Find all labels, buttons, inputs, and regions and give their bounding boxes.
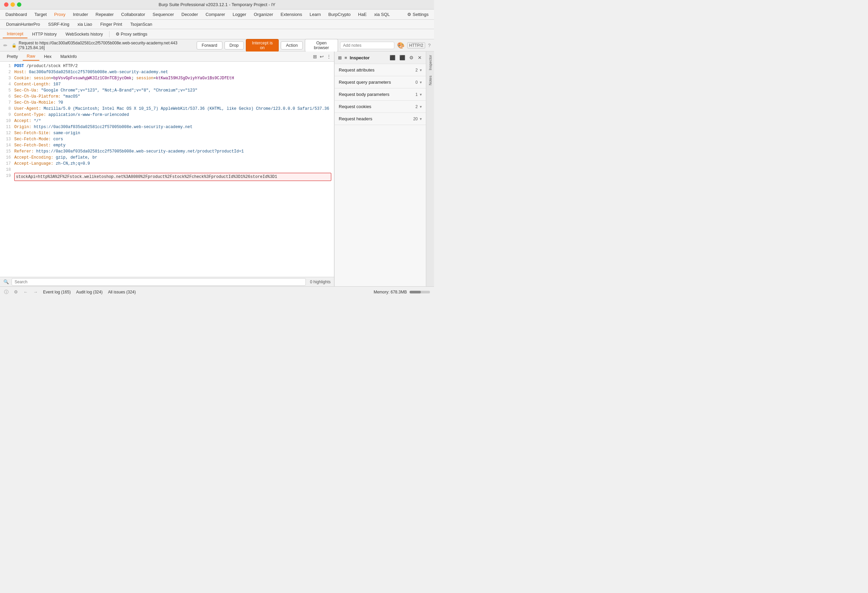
tab-hex[interactable]: Hex	[40, 53, 56, 60]
toolbar: ✏ 🔒 Request to https://0ac300af035da0258…	[0, 39, 434, 52]
request-url-area: 🔒 Request to https://0ac300af035da02581c…	[12, 41, 195, 50]
inspector-sidebar-label[interactable]: Inspector	[428, 53, 432, 72]
tab-raw[interactable]: Raw	[23, 53, 39, 61]
table-row: 7 Sec-Ch-Ua-Mobile: ?0	[0, 100, 334, 106]
right-sidebar: Inspector Notes	[426, 52, 434, 286]
table-row: 3 Cookie: session=bpVsvGpFvsuwhдWK3Iz1C0…	[0, 75, 334, 81]
lock-icon: 🔒	[12, 43, 16, 48]
inspector-cookies[interactable]: Request cookies 2 ▾	[335, 101, 426, 113]
info-icon: ⓘ	[4, 289, 9, 295]
tab-intercept[interactable]: Intercept	[3, 30, 28, 38]
code-editor[interactable]: 1 POST /product/stock HTTP/2 2 Host: 0ac…	[0, 62, 334, 277]
forward-icon[interactable]: →	[33, 289, 38, 294]
sec-nav-fingerprint[interactable]: Finger Print	[97, 21, 126, 28]
table-row: 2 Host: 0ac300af035da02581cc2f57005b008e…	[0, 69, 334, 75]
help-icon[interactable]: ?	[428, 43, 431, 48]
inspector-query-params[interactable]: Request query parameters 0 ▾	[335, 76, 426, 88]
minimize-button[interactable]	[10, 2, 15, 7]
table-row: 13 Sec-Fetch-Mode: cors	[0, 136, 334, 142]
notes-sidebar-label[interactable]: Notes	[428, 74, 432, 87]
memory-bar	[410, 291, 430, 293]
audit-log[interactable]: Audit log (324)	[76, 290, 102, 294]
all-issues[interactable]: All issues (324)	[108, 290, 136, 294]
nav-settings[interactable]: ⚙ Settings	[404, 10, 432, 18]
nav-organizer[interactable]: Organizer	[250, 10, 276, 18]
table-row: 11 Origin: https://0ac300af035da02581cc2…	[0, 124, 334, 130]
inspector-request-headers[interactable]: Request headers 20 ▾	[335, 113, 426, 125]
copy-icon[interactable]: ⊞	[313, 54, 317, 59]
tab-proxy-settings[interactable]: ⚙ Proxy settings	[112, 30, 152, 38]
title-bar: Burp Suite Professional v2023.12.1 - Tem…	[0, 0, 434, 9]
chevron-down-icon: ▾	[420, 80, 422, 85]
inspector-header: ⊞ ≡ Inspector ⬛ ⬛ ⚙ ✕	[335, 52, 426, 64]
search-input[interactable]	[12, 278, 306, 285]
event-log[interactable]: Event log (165)	[43, 290, 71, 294]
more-icon[interactable]: ⋮	[326, 54, 331, 59]
nav-logger[interactable]: Logger	[229, 10, 249, 18]
nav-repeater[interactable]: Repeater	[92, 10, 117, 18]
tab-markinfo[interactable]: MarkInfo	[56, 53, 81, 60]
nav-learn[interactable]: Learn	[306, 10, 324, 18]
action-button[interactable]: Action	[281, 41, 303, 50]
open-browser-button[interactable]: Open browser	[305, 39, 338, 52]
memory-bar-fill	[410, 291, 421, 293]
align-right-icon[interactable]: ⬛	[399, 54, 406, 61]
nav-target[interactable]: Target	[31, 10, 50, 18]
tab-websockets-history[interactable]: WebSockets history	[61, 31, 107, 38]
nav-extensions[interactable]: Extensions	[278, 10, 306, 18]
wrap-icon[interactable]: ↩	[320, 54, 324, 59]
tab-http-history[interactable]: HTTP history	[28, 31, 61, 38]
search-icon: 🔍	[3, 279, 9, 284]
nav-xiasql[interactable]: xia SQL	[371, 10, 393, 18]
align-left-icon[interactable]: ⬛	[389, 54, 396, 61]
sec-nav-ssrfking[interactable]: SSRF-King	[45, 21, 73, 28]
inspector-body-params[interactable]: Request body parameters 1 ▾	[335, 88, 426, 101]
secondary-nav: DomainHunterPro SSRF-King xia Liao Finge…	[0, 20, 434, 29]
chevron-down-icon: ▾	[420, 68, 422, 72]
colorful-icon: 🎨	[397, 42, 404, 49]
drop-button[interactable]: Drop	[224, 41, 244, 50]
chevron-down-icon: ▾	[420, 104, 422, 109]
settings-icon[interactable]: ⚙	[409, 54, 414, 61]
nav-sequencer[interactable]: Sequencer	[149, 10, 177, 18]
grid-view-icon[interactable]: ⊞	[338, 55, 342, 60]
nav-dashboard[interactable]: Dashboard	[2, 10, 31, 18]
close-inspector-icon[interactable]: ✕	[417, 54, 422, 61]
nav-collaborator[interactable]: Collaborator	[118, 10, 149, 18]
chevron-down-icon: ▾	[420, 116, 422, 121]
edit-icon: ✏	[3, 43, 7, 48]
nav-decoder[interactable]: Decoder	[178, 10, 201, 18]
table-row: 16 Accept-Encoding: gzip, deflate, br	[0, 155, 334, 160]
table-row: 17 Accept-Language: zh-CN,zh;q=0.9	[0, 160, 334, 167]
toolbar-left: ✏ 🔒 Request to https://0ac300af035da0258…	[3, 41, 195, 50]
add-notes-input[interactable]	[340, 42, 394, 49]
list-view-icon[interactable]: ≡	[344, 55, 347, 60]
nav-comparer[interactable]: Comparer	[202, 10, 229, 18]
intercept-button[interactable]: Intercept is on	[246, 39, 279, 52]
close-button[interactable]	[4, 2, 9, 7]
settings-icon[interactable]: ⚙	[14, 289, 18, 294]
tab-pretty[interactable]: Pretty	[3, 53, 22, 60]
toolbar-right: 🎨 HTTP/2 ?	[340, 42, 431, 49]
inspector-request-attributes[interactable]: Request attributes 2 ▾	[335, 64, 426, 76]
table-row: 9 Content-Type: application/x-www-form-u…	[0, 112, 334, 118]
inspector-panel: ⊞ ≡ Inspector ⬛ ⬛ ⚙ ✕ Request attributes…	[334, 52, 426, 286]
sec-nav-xialiao[interactable]: xia Liao	[74, 21, 96, 28]
table-row: 15 Referer: https://0ac300af035da02581cc…	[0, 149, 334, 155]
main-content: Pretty Raw Hex MarkInfo ⊞ ↩ ⋮ 1 POST /pr…	[0, 52, 434, 286]
back-icon[interactable]: ←	[24, 289, 28, 294]
sec-nav-domainhunter[interactable]: DomainHunterPro	[3, 21, 43, 28]
nav-hae[interactable]: HaE	[355, 10, 370, 18]
forward-button[interactable]: Forward	[197, 41, 223, 50]
inspector-title: Inspector	[350, 55, 370, 60]
sec-nav-tsojan[interactable]: TsojanScan	[127, 21, 156, 28]
settings-area: ⚙ Settings	[404, 10, 432, 18]
table-row: 18	[0, 167, 334, 173]
nav-intruder[interactable]: Intruder	[69, 10, 92, 18]
maximize-button[interactable]	[17, 2, 21, 7]
nav-proxy[interactable]: Proxy	[51, 10, 69, 18]
nav-burpcrypto[interactable]: BurpCrypto	[325, 10, 354, 18]
table-row: 14 Sec-Fetch-Dest: empty	[0, 142, 334, 149]
highlighted-line: 19 stockApi=http%3A%2F%2Fstock.weliketos…	[0, 173, 334, 181]
status-right: Memory: 678.3MB	[373, 290, 430, 294]
